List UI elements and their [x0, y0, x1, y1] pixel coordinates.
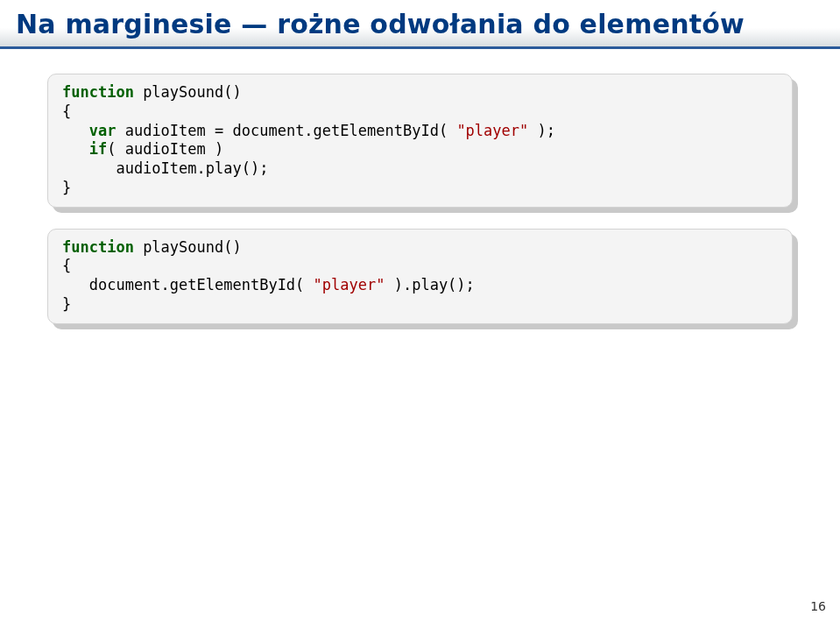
code-text: } — [62, 179, 71, 196]
code-text: audioItem = document.getElementById( — [116, 122, 456, 139]
code-box: function playSound() { document.getEleme… — [47, 229, 793, 324]
code-text: document.getElementById( — [62, 276, 314, 293]
code-text: playSound() — [134, 238, 242, 256]
code-text: ( audioItem ) — [107, 140, 223, 158]
code-text — [62, 122, 89, 139]
code-block-1: function playSound() { var audioItem = d… — [47, 74, 793, 208]
code-text: { — [62, 102, 71, 120]
code-block-2: function playSound() { document.getEleme… — [47, 229, 793, 324]
code-text: audioItem.play(); — [62, 159, 268, 177]
keyword-var: var — [89, 122, 116, 139]
code-text: } — [62, 295, 71, 313]
keyword-function: function — [62, 83, 134, 101]
keyword-if: if — [89, 140, 107, 158]
slide-title: Na marginesie — rożne odwołania do eleme… — [16, 9, 824, 39]
slide-content: function playSound() { var audioItem = d… — [0, 49, 840, 324]
code-text — [62, 140, 89, 158]
code-text: ).play(); — [385, 276, 474, 293]
code-box: function playSound() { var audioItem = d… — [47, 74, 793, 208]
code-text: ); — [528, 122, 555, 139]
code-text: playSound() — [134, 83, 242, 101]
keyword-function: function — [62, 238, 134, 256]
page-number: 16 — [810, 599, 826, 613]
string-literal: "player" — [314, 276, 385, 293]
slide-header: Na marginesie — rożne odwołania do eleme… — [0, 0, 840, 49]
string-literal: "player" — [456, 122, 528, 139]
code-text: { — [62, 257, 71, 274]
